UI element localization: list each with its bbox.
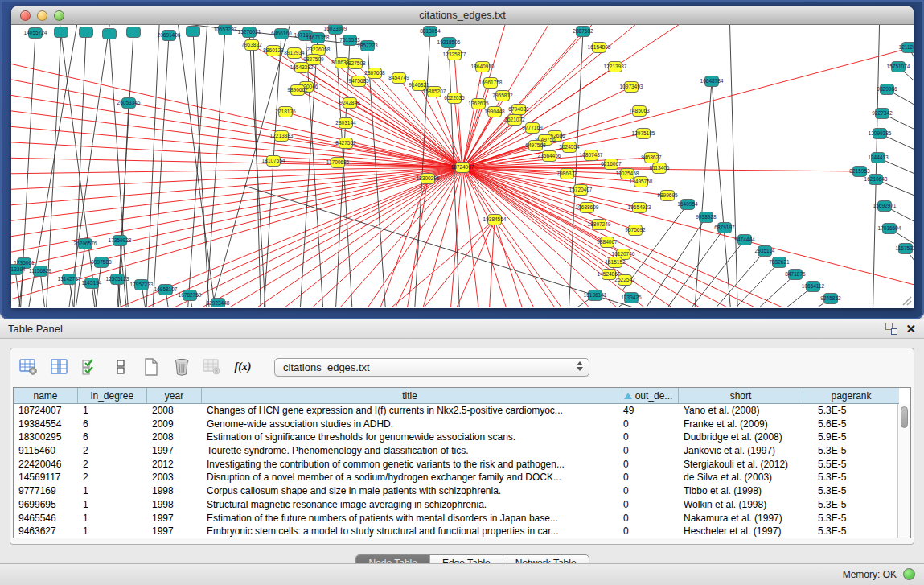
graph-node[interactable]: 1621072 — [504, 115, 525, 126]
graph-node[interactable]: 1990448 — [484, 107, 505, 117]
graph-node[interactable]: 6497568 — [525, 141, 546, 151]
graph-node[interactable]: 10807487 — [580, 150, 603, 161]
graph-node[interactable]: 16958107 — [154, 285, 178, 295]
table-row[interactable]: 946362711997Embryonic stem cells: a mode… — [14, 525, 910, 538]
citation-graph[interactable]: 7963822886012889129342322605898275091654… — [11, 25, 914, 307]
graph-node[interactable]: 19495758 — [630, 177, 653, 187]
graph-node[interactable]: 6522035 — [444, 93, 465, 104]
graph-edge[interactable] — [144, 25, 160, 307]
graph-node[interactable]: 10653287 — [214, 25, 237, 35]
graph-node[interactable]: 2867608 — [364, 68, 385, 79]
table-row[interactable]: 977716911998Corpus callosum shape and si… — [14, 484, 910, 498]
graph-node[interactable]: 2887682 — [573, 27, 593, 37]
graph-node[interactable]: 1733426 — [621, 293, 642, 303]
graph-edge[interactable] — [691, 81, 712, 307]
graph-node[interactable]: 7986372 — [556, 169, 577, 179]
minimize-window-button[interactable] — [37, 10, 47, 21]
column-header-short[interactable]: short — [679, 388, 803, 404]
window-titlebar[interactable]: citations_edges.txt — [11, 6, 914, 25]
table-row[interactable]: 2242004622012Investigating the contribut… — [14, 458, 910, 472]
zoom-window-button[interactable] — [54, 10, 64, 21]
graph-node[interactable]: 15276021 — [238, 27, 261, 38]
graph-node[interactable]: 14055724 — [24, 28, 47, 39]
graph-node[interactable]: 12975185 — [632, 129, 655, 139]
graph-node[interactable]: 1640954 — [677, 200, 698, 210]
table-row[interactable]: 1456911722003Disruption of a novel membe… — [14, 471, 910, 484]
graph-node[interactable]: 2522542 — [614, 275, 635, 286]
table-settings-button[interactable] — [18, 356, 39, 377]
split-view-button[interactable] — [110, 356, 131, 377]
graph-node[interactable]: 2718176 — [275, 107, 296, 117]
graph-edge[interactable] — [872, 25, 880, 307]
graph-node[interactable]: 8860128 — [263, 46, 284, 56]
graph-node[interactable]: 1615152 — [605, 257, 626, 268]
graph-node[interactable]: 12325877 — [443, 50, 466, 60]
graph-node[interactable]: 15751074 — [887, 62, 910, 72]
graph-edge[interactable] — [302, 68, 462, 167]
graph-node[interactable]: 2935114 — [755, 246, 775, 257]
function-builder-button[interactable]: f(x) — [232, 356, 253, 377]
graph-node[interactable]: 16543382 — [290, 63, 314, 73]
graph-node[interactable]: 23226058 — [307, 45, 331, 56]
delete-button[interactable] — [171, 356, 192, 377]
graph-node[interactable]: 8471876 — [785, 270, 806, 280]
graph-node[interactable]: 10688609 — [576, 203, 599, 213]
graph-edge[interactable] — [11, 77, 462, 167]
graph-node[interactable]: 9997588 — [91, 257, 112, 268]
graph-node[interactable]: 16136141 — [584, 290, 607, 301]
table-row[interactable]: 1872400712008Changes of HCN gene express… — [14, 404, 910, 418]
graph-edge[interactable] — [176, 25, 222, 307]
graph-node[interactable]: 6466160 — [271, 29, 292, 39]
graph-edge[interactable] — [712, 81, 735, 307]
graph-node[interactable]: 12923448 — [207, 299, 230, 308]
graph-edge[interactable] — [11, 93, 462, 167]
vertical-scrollbar[interactable] — [897, 404, 910, 538]
graph-node[interactable]: 18640910 — [471, 62, 495, 72]
graph-node[interactable]: 17957233 — [130, 280, 154, 290]
graph-node[interactable]: 17359928 — [109, 236, 132, 246]
close-window-button[interactable] — [20, 10, 31, 21]
graph-node[interactable]: 9329966 — [877, 84, 897, 95]
graph-node[interactable]: 9245852 — [820, 294, 841, 304]
new-file-button[interactable] — [141, 356, 162, 377]
graph-node[interactable]: 1167533 — [896, 244, 914, 254]
graph-node[interactable]: 7955812 — [492, 91, 513, 101]
graph-node[interactable]: 8454749 — [388, 73, 409, 84]
column-header-year[interactable]: year — [147, 388, 202, 404]
graph-node[interactable]: 9474444 — [734, 235, 755, 245]
graph-node[interactable]: 26206576 — [74, 239, 97, 249]
graph-edge[interactable] — [244, 167, 462, 307]
graph-node[interactable]: 1145194 — [82, 278, 102, 289]
graph-edge[interactable] — [429, 220, 495, 307]
table-row[interactable]: 1830029562008Estimation of significance … — [14, 431, 910, 444]
graph-node[interactable]: 12505123 — [106, 274, 129, 285]
graph-node[interactable]: 15720407 — [569, 185, 593, 196]
graph-edge[interactable] — [346, 123, 462, 167]
graph-node[interactable] — [80, 27, 93, 38]
graph-node[interactable]: 2803144 — [335, 118, 356, 129]
graph-node[interactable]: 18107554 — [262, 156, 285, 167]
graph-node[interactable]: 14671358 — [306, 33, 330, 43]
float-panel-icon[interactable] — [885, 323, 897, 335]
graph-node[interactable]: 18807249 — [588, 220, 611, 230]
graph-edge[interactable] — [734, 299, 831, 307]
network-canvas[interactable]: 7963822886012889129342322605898275091654… — [11, 25, 914, 307]
graph-edge[interactable] — [628, 228, 725, 307]
column-header-name[interactable]: name — [14, 388, 78, 404]
graph-node[interactable]: 9884067 — [597, 237, 618, 248]
graph-node[interactable]: 15692971 — [873, 201, 897, 212]
graph-edge[interactable] — [717, 286, 813, 307]
graph-node[interactable]: 3913394 — [11, 265, 26, 275]
graph-node[interactable]: 16033809 — [324, 25, 347, 35]
graph-node[interactable]: 9938928 — [696, 212, 717, 223]
table-row[interactable]: 969969511998Structural magnetic resonanc… — [14, 498, 910, 512]
graph-node[interactable] — [55, 27, 68, 38]
graph-node[interactable]: 16961758 — [479, 78, 503, 89]
graph-edge[interactable] — [462, 167, 807, 307]
graph-node[interactable]: 16648784 — [700, 76, 724, 87]
column-header-title[interactable]: title — [202, 388, 618, 404]
table-row[interactable]: 1938455462009Genome-wide association stu… — [14, 418, 910, 431]
graph-node[interactable]: 15885207 — [423, 87, 446, 97]
close-panel-icon[interactable]: ✕ — [906, 323, 916, 335]
graph-node[interactable]: 10654112 — [802, 282, 825, 292]
